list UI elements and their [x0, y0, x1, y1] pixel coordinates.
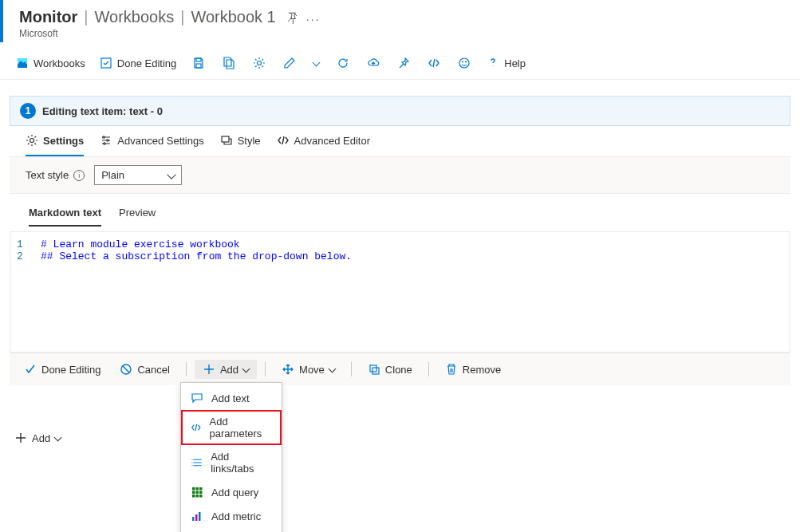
menu-add-links-tabs[interactable]: Add links/tabs — [181, 445, 282, 480]
toolbar-separator — [265, 362, 266, 376]
text-style-label: Text style i — [26, 169, 85, 181]
markdown-editor: # Learn module exercise workbook ## Sele… — [10, 231, 790, 353]
step-number: 1 — [20, 103, 36, 119]
code-icon — [428, 57, 440, 69]
breadcrumb-part-2[interactable]: Workbooks — [95, 8, 175, 26]
header-subtitle: Microsoft — [19, 28, 276, 39]
svg-rect-19 — [199, 487, 203, 491]
svg-rect-25 — [199, 495, 203, 498]
tab-markdown-text[interactable]: Markdown text — [29, 202, 101, 227]
pin-button[interactable] — [389, 53, 418, 73]
tab-advanced-settings[interactable]: Advanced Settings — [100, 126, 203, 156]
save-as-button[interactable] — [215, 53, 243, 73]
settings-button[interactable] — [245, 53, 274, 73]
save-as-icon — [223, 57, 235, 69]
comment-icon — [191, 392, 203, 404]
svg-rect-21 — [196, 491, 199, 495]
clone-icon — [368, 363, 380, 376]
text-style-row: Text style i Plain — [10, 157, 790, 194]
done-editing-button[interactable]: Done Editing — [93, 53, 183, 73]
svg-rect-27 — [195, 514, 198, 521]
refresh-button[interactable] — [329, 53, 357, 73]
list-icon — [191, 456, 203, 469]
workbooks-button[interactable]: Workbooks — [10, 53, 92, 73]
step-text: Editing text item: text - 0 — [42, 105, 163, 117]
markdown-tabs: Markdown text Preview — [10, 194, 790, 227]
cancel-icon — [120, 363, 132, 376]
svg-rect-22 — [199, 491, 203, 495]
add-item-button[interactable]: Add — [195, 360, 257, 379]
sliders-icon — [100, 134, 112, 147]
clone-button[interactable]: Clone — [360, 360, 420, 379]
tab-advanced-editor[interactable]: Advanced Editor — [277, 126, 370, 156]
menu-add-query[interactable]: Add query — [181, 480, 282, 504]
svg-point-6 — [459, 58, 469, 68]
markdown-textarea[interactable]: # Learn module exercise workbook ## Sele… — [10, 232, 790, 352]
smiley-icon — [458, 57, 471, 69]
pin-toolbar-icon — [397, 57, 410, 69]
cloud-upload-icon — [367, 57, 380, 69]
pin-icon[interactable] — [286, 11, 298, 26]
style-icon — [220, 134, 233, 147]
move-button[interactable]: Move — [274, 360, 343, 379]
svg-rect-16 — [372, 368, 379, 374]
breadcrumb-part-1[interactable]: Monitor — [19, 8, 77, 26]
svg-rect-23 — [192, 495, 195, 498]
toolbar-separator — [428, 362, 429, 376]
edit-button[interactable] — [275, 53, 304, 73]
save-icon — [192, 57, 205, 69]
menu-add-text[interactable]: Add text — [181, 386, 282, 410]
tab-settings[interactable]: Settings — [26, 126, 84, 156]
help-icon — [487, 57, 499, 69]
svg-rect-26 — [192, 517, 195, 521]
grid-icon — [191, 486, 203, 499]
workbook-icon — [16, 57, 29, 69]
svg-rect-4 — [196, 64, 201, 68]
top-toolbar: Workbooks Done Editing Help — [0, 47, 800, 80]
text-style-select[interactable]: Plain — [94, 165, 182, 185]
info-icon[interactable]: i — [73, 170, 85, 181]
svg-rect-2 — [101, 58, 111, 68]
toolbar-separator — [351, 362, 352, 376]
svg-rect-20 — [192, 491, 195, 495]
cancel-button[interactable]: Cancel — [112, 360, 177, 379]
tab-preview[interactable]: Preview — [119, 202, 156, 227]
save-button[interactable] — [184, 53, 213, 73]
more-icon[interactable]: ··· — [306, 13, 321, 26]
svg-point-7 — [463, 61, 463, 62]
breadcrumb-part-3[interactable]: Workbook 1 — [191, 8, 275, 26]
code-icon — [277, 134, 290, 147]
refresh-icon — [337, 57, 349, 69]
svg-point-10 — [103, 136, 104, 138]
chevron-down-icon — [328, 365, 336, 372]
svg-rect-28 — [199, 512, 201, 521]
chevron-down-icon — [54, 433, 62, 441]
upload-button[interactable] — [359, 53, 388, 73]
svg-rect-24 — [196, 495, 199, 498]
metric-icon — [191, 510, 203, 522]
svg-rect-18 — [196, 487, 199, 491]
help-button[interactable]: Help — [480, 53, 532, 73]
menu-add-group[interactable]: Add group — [181, 528, 282, 532]
menu-add-parameters[interactable]: Add parameters — [181, 410, 282, 445]
item-toolbar: Done Editing Cancel Add Move Clone Remov… — [10, 353, 790, 385]
item-editor-tabs: Settings Advanced Settings Style Advance… — [10, 126, 790, 157]
remove-button[interactable]: Remove — [437, 360, 509, 379]
done-editing-icon — [100, 57, 112, 69]
code-icon — [191, 421, 202, 434]
move-icon — [282, 363, 294, 376]
svg-rect-3 — [196, 58, 201, 61]
code-button[interactable] — [420, 53, 448, 73]
trash-icon — [445, 363, 458, 376]
done-editing-item-button[interactable]: Done Editing — [16, 360, 108, 379]
svg-point-8 — [466, 61, 467, 62]
svg-point-5 — [258, 61, 262, 65]
page-add-button[interactable]: Add — [14, 432, 61, 444]
gear-icon — [253, 57, 266, 69]
edit-dropdown-button[interactable] — [305, 57, 327, 70]
menu-add-metric[interactable]: Add metric — [181, 504, 282, 528]
tab-style[interactable]: Style — [220, 126, 261, 156]
add-dropdown-menu: Add text Add parameters Add links/tabs A… — [180, 382, 282, 532]
feedback-button[interactable] — [450, 53, 479, 73]
svg-point-11 — [107, 140, 108, 141]
